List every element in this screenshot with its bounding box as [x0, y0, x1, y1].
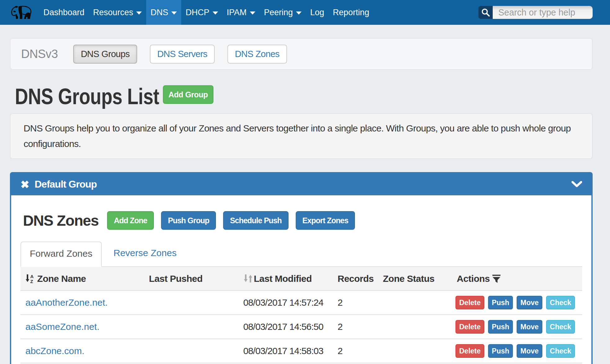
svg-text:A: A [30, 274, 34, 279]
svg-text:Z: Z [30, 279, 33, 283]
